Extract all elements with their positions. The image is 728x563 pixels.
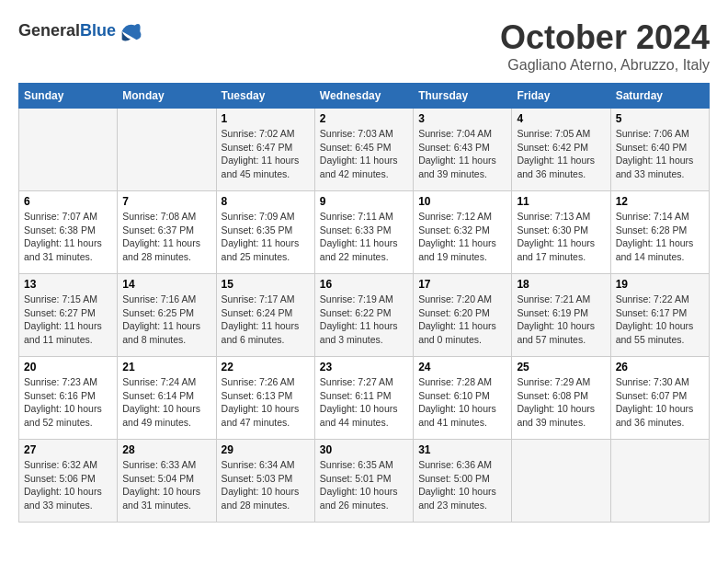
day-info: Sunrise: 7:23 AMSunset: 6:16 PMDaylight:… bbox=[24, 375, 112, 430]
day-number: 27 bbox=[24, 443, 112, 456]
day-number: 12 bbox=[616, 195, 704, 208]
calendar-day: 16Sunrise: 7:19 AMSunset: 6:22 PMDayligh… bbox=[314, 274, 413, 357]
calendar-day bbox=[19, 109, 118, 191]
logo-blue-text: Blue bbox=[80, 21, 116, 40]
calendar-day: 2Sunrise: 7:03 AMSunset: 6:45 PMDaylight… bbox=[314, 109, 413, 191]
day-number: 31 bbox=[418, 443, 506, 456]
logo: GeneralBlue bbox=[18, 18, 143, 44]
calendar-body: 1Sunrise: 7:02 AMSunset: 6:47 PMDaylight… bbox=[19, 109, 710, 523]
day-info: Sunrise: 7:04 AMSunset: 6:43 PMDaylight:… bbox=[418, 127, 506, 181]
day-number: 7 bbox=[122, 195, 210, 208]
header-cell-wednesday: Wednesday bbox=[314, 84, 413, 109]
calendar-day: 3Sunrise: 7:04 AMSunset: 6:43 PMDaylight… bbox=[414, 109, 512, 191]
calendar-day: 25Sunrise: 7:29 AMSunset: 6:08 PMDayligh… bbox=[512, 357, 610, 440]
day-number: 20 bbox=[24, 361, 112, 373]
calendar-week-3: 13Sunrise: 7:15 AMSunset: 6:27 PMDayligh… bbox=[19, 274, 710, 357]
calendar-day: 9Sunrise: 7:11 AMSunset: 6:33 PMDaylight… bbox=[314, 191, 413, 274]
calendar-day: 31Sunrise: 6:36 AMSunset: 5:00 PMDayligh… bbox=[414, 440, 512, 523]
day-info: Sunrise: 7:16 AMSunset: 6:25 PMDaylight:… bbox=[122, 293, 210, 347]
day-number: 3 bbox=[418, 112, 506, 125]
calendar-table: SundayMondayTuesdayWednesdayThursdayFrid… bbox=[18, 83, 710, 523]
calendar-week-1: 1Sunrise: 7:02 AMSunset: 6:47 PMDaylight… bbox=[19, 109, 710, 191]
header-row: SundayMondayTuesdayWednesdayThursdayFrid… bbox=[19, 84, 710, 109]
day-number: 22 bbox=[222, 361, 310, 373]
calendar-week-4: 20Sunrise: 7:23 AMSunset: 6:16 PMDayligh… bbox=[19, 357, 710, 440]
day-number: 8 bbox=[222, 195, 310, 208]
day-info: Sunrise: 7:26 AMSunset: 6:13 PMDaylight:… bbox=[222, 375, 310, 430]
calendar-day: 30Sunrise: 6:35 AMSunset: 5:01 PMDayligh… bbox=[314, 440, 413, 523]
day-number: 4 bbox=[517, 112, 605, 125]
day-number: 23 bbox=[320, 361, 408, 373]
day-info: Sunrise: 7:27 AMSunset: 6:11 PMDaylight:… bbox=[320, 375, 408, 430]
calendar-day: 23Sunrise: 7:27 AMSunset: 6:11 PMDayligh… bbox=[314, 357, 413, 440]
day-info: Sunrise: 6:35 AMSunset: 5:01 PMDaylight:… bbox=[320, 458, 408, 512]
day-info: Sunrise: 7:30 AMSunset: 6:07 PMDaylight:… bbox=[616, 375, 704, 430]
day-info: Sunrise: 7:20 AMSunset: 6:20 PMDaylight:… bbox=[418, 293, 506, 347]
day-number: 9 bbox=[320, 195, 408, 208]
calendar-header: SundayMondayTuesdayWednesdayThursdayFrid… bbox=[19, 84, 710, 109]
calendar-day bbox=[118, 109, 216, 191]
day-info: Sunrise: 7:28 AMSunset: 6:10 PMDaylight:… bbox=[418, 375, 506, 430]
day-number: 25 bbox=[517, 361, 605, 373]
calendar-day: 13Sunrise: 7:15 AMSunset: 6:27 PMDayligh… bbox=[19, 274, 118, 357]
header-cell-thursday: Thursday bbox=[414, 84, 512, 109]
calendar-day: 27Sunrise: 6:32 AMSunset: 5:06 PMDayligh… bbox=[19, 440, 118, 523]
calendar-day: 22Sunrise: 7:26 AMSunset: 6:13 PMDayligh… bbox=[216, 357, 314, 440]
calendar-day: 1Sunrise: 7:02 AMSunset: 6:47 PMDaylight… bbox=[216, 109, 314, 191]
calendar-week-2: 6Sunrise: 7:07 AMSunset: 6:38 PMDaylight… bbox=[19, 191, 710, 274]
calendar-day bbox=[512, 440, 610, 523]
day-info: Sunrise: 6:36 AMSunset: 5:00 PMDaylight:… bbox=[418, 458, 506, 512]
day-info: Sunrise: 7:17 AMSunset: 6:24 PMDaylight:… bbox=[222, 293, 310, 347]
day-info: Sunrise: 7:06 AMSunset: 6:40 PMDaylight:… bbox=[616, 127, 704, 181]
day-info: Sunrise: 7:11 AMSunset: 6:33 PMDaylight:… bbox=[320, 210, 408, 264]
header-cell-sunday: Sunday bbox=[19, 84, 118, 109]
calendar-day: 7Sunrise: 7:08 AMSunset: 6:37 PMDaylight… bbox=[118, 191, 216, 274]
day-info: Sunrise: 7:13 AMSunset: 6:30 PMDaylight:… bbox=[517, 210, 605, 264]
day-number: 10 bbox=[418, 195, 506, 208]
day-number: 14 bbox=[122, 278, 210, 291]
day-number: 2 bbox=[320, 112, 408, 125]
day-info: Sunrise: 7:02 AMSunset: 6:47 PMDaylight:… bbox=[222, 127, 310, 181]
day-number: 28 bbox=[122, 443, 210, 456]
calendar-day: 29Sunrise: 6:34 AMSunset: 5:03 PMDayligh… bbox=[216, 440, 314, 523]
day-number: 21 bbox=[122, 361, 210, 373]
day-info: Sunrise: 6:33 AMSunset: 5:04 PMDaylight:… bbox=[122, 458, 210, 512]
header-cell-tuesday: Tuesday bbox=[216, 84, 314, 109]
calendar-day: 15Sunrise: 7:17 AMSunset: 6:24 PMDayligh… bbox=[216, 274, 314, 357]
calendar-day: 17Sunrise: 7:20 AMSunset: 6:20 PMDayligh… bbox=[414, 274, 512, 357]
calendar-week-5: 27Sunrise: 6:32 AMSunset: 5:06 PMDayligh… bbox=[19, 440, 710, 523]
calendar-day bbox=[610, 440, 709, 523]
day-number: 29 bbox=[222, 443, 310, 456]
day-number: 1 bbox=[222, 112, 310, 125]
day-info: Sunrise: 7:21 AMSunset: 6:19 PMDaylight:… bbox=[517, 293, 605, 347]
day-number: 17 bbox=[418, 278, 506, 291]
day-number: 30 bbox=[320, 443, 408, 456]
calendar-day: 24Sunrise: 7:28 AMSunset: 6:10 PMDayligh… bbox=[414, 357, 512, 440]
header-cell-saturday: Saturday bbox=[610, 84, 709, 109]
calendar-day: 28Sunrise: 6:33 AMSunset: 5:04 PMDayligh… bbox=[118, 440, 216, 523]
day-number: 24 bbox=[418, 361, 506, 373]
calendar-day: 18Sunrise: 7:21 AMSunset: 6:19 PMDayligh… bbox=[512, 274, 610, 357]
day-info: Sunrise: 7:14 AMSunset: 6:28 PMDaylight:… bbox=[616, 210, 704, 264]
logo-icon bbox=[118, 18, 143, 44]
day-info: Sunrise: 7:03 AMSunset: 6:45 PMDaylight:… bbox=[320, 127, 408, 181]
day-number: 6 bbox=[24, 195, 112, 208]
day-info: Sunrise: 6:34 AMSunset: 5:03 PMDaylight:… bbox=[222, 458, 310, 512]
day-info: Sunrise: 6:32 AMSunset: 5:06 PMDaylight:… bbox=[24, 458, 112, 512]
day-info: Sunrise: 7:24 AMSunset: 6:14 PMDaylight:… bbox=[122, 375, 210, 430]
calendar-day: 8Sunrise: 7:09 AMSunset: 6:35 PMDaylight… bbox=[216, 191, 314, 274]
day-info: Sunrise: 7:19 AMSunset: 6:22 PMDaylight:… bbox=[320, 293, 408, 347]
calendar-day: 14Sunrise: 7:16 AMSunset: 6:25 PMDayligh… bbox=[118, 274, 216, 357]
calendar-day: 4Sunrise: 7:05 AMSunset: 6:42 PMDaylight… bbox=[512, 109, 610, 191]
day-number: 15 bbox=[222, 278, 310, 291]
day-info: Sunrise: 7:29 AMSunset: 6:08 PMDaylight:… bbox=[517, 375, 605, 430]
calendar-day: 26Sunrise: 7:30 AMSunset: 6:07 PMDayligh… bbox=[610, 357, 709, 440]
day-info: Sunrise: 7:22 AMSunset: 6:17 PMDaylight:… bbox=[616, 293, 704, 347]
title-block: October 2024 Gagliano Aterno, Abruzzo, I… bbox=[500, 18, 710, 74]
logo-general-text: General bbox=[18, 21, 80, 40]
calendar-day: 20Sunrise: 7:23 AMSunset: 6:16 PMDayligh… bbox=[19, 357, 118, 440]
location: Gagliano Aterno, Abruzzo, Italy bbox=[500, 57, 710, 74]
header-cell-friday: Friday bbox=[512, 84, 610, 109]
day-number: 5 bbox=[616, 112, 704, 125]
day-info: Sunrise: 7:07 AMSunset: 6:38 PMDaylight:… bbox=[24, 210, 112, 264]
